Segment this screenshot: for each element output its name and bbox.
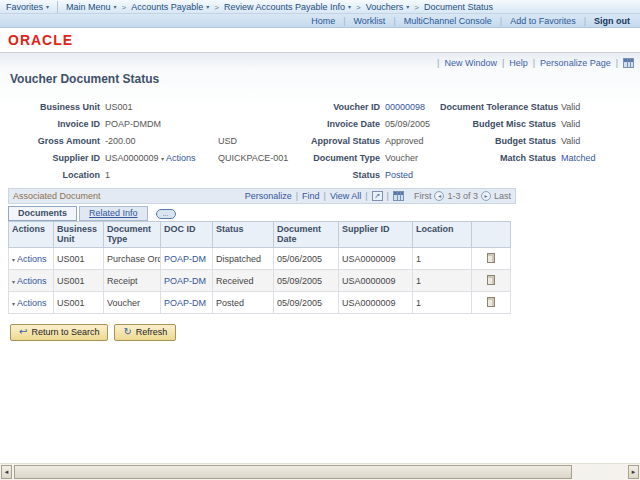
cell-document-date: 05/09/2005 [274,292,339,314]
budget-misc-status-label: Budget Misc Status [440,119,556,129]
voucher-summary-form: Business Unit US001 Voucher ID 00000098 … [10,98,621,183]
pagination-first-label[interactable]: First [414,191,432,201]
divider [611,58,623,68]
document-icon[interactable] [487,253,495,263]
divider [383,191,393,201]
find-link[interactable]: Find [302,191,320,201]
col-header-location: Location [413,222,472,248]
doc-id-link[interactable]: POAP-DM [164,276,206,286]
invoice-id-label: Invoice ID [10,119,100,129]
cell-doc-id: POAP-DM [161,248,213,270]
row-actions-link[interactable]: Actions [17,276,47,286]
breadcrumb-accounts-payable[interactable]: Accounts Payable ▾ [131,2,209,12]
doc-id-link[interactable]: POAP-DM [164,254,206,264]
invoice-date-value: 05/09/2005 [385,119,435,129]
previous-page-icon[interactable]: ◂ [434,191,444,201]
breadcrumb-label: Favorites [6,2,43,12]
col-header-blank [472,222,511,248]
cell-document-date: 05/06/2005 [274,248,339,270]
tab-related-info[interactable]: Related Info [79,206,148,221]
breadcrumb-label: Review Accounts Payable Info [224,2,345,12]
voucher-id-link[interactable]: 00000098 [385,102,435,112]
cell-actions: ▾ Actions [9,248,54,270]
menu-main-menu[interactable]: Main Menu ▾ [66,2,117,12]
match-status-label: Match Status [440,153,556,163]
add-to-favorites-link[interactable]: Add to Favorites [510,16,576,26]
cell-status: Dispatched [213,248,274,270]
grid-layout-icon[interactable] [623,58,634,68]
divider [292,191,302,201]
scrollbar-thumb[interactable] [14,465,572,479]
cell-document-date: 05/09/2005 [274,270,339,292]
col-header-status: Status [213,222,274,248]
return-to-search-icon: ↩ [19,327,27,337]
help-link[interactable]: Help [509,58,528,68]
row-actions-link[interactable]: Actions [17,254,47,264]
personalize-link[interactable]: Personalize [245,191,292,201]
doc-id-link[interactable]: POAP-DM [164,298,206,308]
download-grid-icon[interactable] [393,191,404,201]
doc-tolerance-status-value: Valid [561,102,621,112]
actions-dropdown-icon[interactable]: ▾ [12,279,15,285]
new-window-link[interactable]: New Window [444,58,497,68]
actions-dropdown-icon[interactable]: ▾ [161,156,164,162]
refresh-button[interactable]: ↻ Refresh [114,324,176,341]
cell-document-type: Voucher [104,292,161,314]
document-type-label: Document Type [293,153,380,163]
divider [528,58,540,68]
utility-links: New Window Help Personalize Page [432,58,634,68]
next-page-icon[interactable]: ▸ [481,191,491,201]
document-icon[interactable] [487,297,495,307]
table-row: ▾ Actions US001 Purchase Order POAP-DM D… [9,248,511,270]
breadcrumb-current-page: Document Status [424,2,493,12]
voucher-id-label: Voucher ID [293,102,380,112]
breadcrumb-separator [117,2,132,12]
cell-document-type: Receipt [104,270,161,292]
col-header-document-type: Document Type [104,222,161,248]
status-label: Status [293,170,380,180]
multichannel-console-link[interactable]: MultiChannel Console [404,16,492,26]
supplier-name-value: QUICKPACE-001 [218,153,288,163]
view-all-link[interactable]: View All [330,191,361,201]
page-title: Voucher Document Status [10,72,159,86]
sign-out-link[interactable]: Sign out [594,16,630,26]
business-unit-label: Business Unit [10,102,100,112]
worklist-link[interactable]: Worklist [354,16,386,26]
show-all-tabs-icon[interactable]: ∙∙∙ [156,209,176,219]
personalize-page-link[interactable]: Personalize Page [540,58,611,68]
location-value: 1 [105,170,213,180]
menu-favorites[interactable]: Favorites ▾ [6,2,49,12]
divider [492,16,510,26]
table-row: ▾ Actions US001 Receipt POAP-DM Received… [9,270,511,292]
divider [361,191,371,201]
row-actions-link[interactable]: Actions [17,298,47,308]
invoice-date-label: Invoice Date [293,119,380,129]
breadcrumb-separator [209,2,224,12]
col-header-document-date: Document Date [274,222,339,248]
home-link[interactable]: Home [311,16,335,26]
actions-dropdown-icon[interactable]: ▾ [12,257,15,263]
cell-business-unit: US001 [54,248,104,270]
col-header-supplier-id: Supplier ID [339,222,413,248]
cell-location: 1 [413,292,472,314]
pagination-last-label[interactable]: Last [494,191,511,201]
document-type-value: Voucher [385,153,435,163]
cell-actions: ▾ Actions [9,292,54,314]
horizontal-scrollbar[interactable]: ◄ ► [0,463,640,480]
actions-dropdown-icon[interactable]: ▾ [12,301,15,307]
scroll-right-icon[interactable]: ► [628,465,639,479]
cell-supplier-id: USA0000009 [339,248,413,270]
document-icon[interactable] [487,275,495,285]
match-status-link[interactable]: Matched [561,153,621,163]
status-link[interactable]: Posted [385,170,435,180]
return-to-search-button[interactable]: ↩ Return to Search [10,324,108,341]
cell-supplier-id: USA0000009 [339,270,413,292]
breadcrumb-review-ap-info[interactable]: Review Accounts Payable Info ▾ [224,2,351,12]
breadcrumb-vouchers[interactable]: Vouchers ▾ [366,2,410,12]
zoom-popup-icon[interactable]: ↗ [372,191,383,201]
chevron-down-icon: ▾ [46,4,49,10]
supplier-actions-link[interactable]: Actions [166,153,196,163]
cell-document-icon [472,270,511,292]
scroll-left-icon[interactable]: ◄ [1,465,12,479]
tab-documents[interactable]: Documents [8,206,77,221]
